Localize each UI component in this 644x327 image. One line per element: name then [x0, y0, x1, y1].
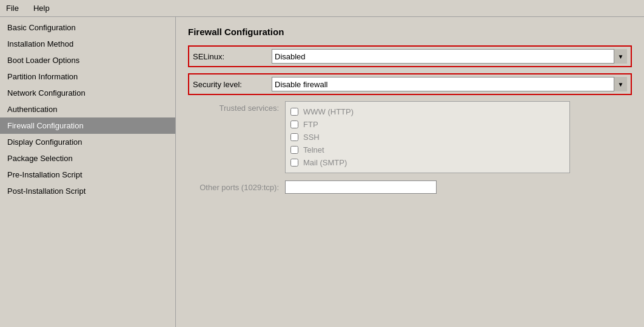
checkbox-mail-label: Mail (SMTP) [303, 158, 347, 167]
security-level-label: Security level: [193, 80, 272, 89]
security-level-select-wrapper: Disable firewall Enabled Custom ▼ [272, 77, 627, 91]
sidebar-item-installation-method[interactable]: Installation Method [0, 36, 175, 52]
checkbox-row-mail: Mail (SMTP) [290, 156, 565, 169]
sidebar-item-pre-installation-script[interactable]: Pre-Installation Script [0, 167, 175, 183]
sidebar-item-post-installation-script[interactable]: Post-Installation Script [0, 183, 175, 199]
checkbox-row-ssh: SSH [290, 131, 565, 144]
checkbox-mail[interactable] [290, 159, 298, 167]
sidebar-item-basic-configuration[interactable]: Basic Configuration [0, 19, 175, 36]
sidebar-item-partition-information[interactable]: Partition Information [0, 68, 175, 85]
sidebar-item-package-selection[interactable]: Package Selection [0, 150, 175, 167]
sidebar: Basic Configuration Installation Method … [0, 17, 176, 327]
checkbox-www[interactable] [290, 108, 298, 116]
other-ports-section: Other ports (1029:tcp): [188, 180, 632, 194]
trusted-services-label: Trusted services: [188, 101, 285, 173]
section-title: Firewall Configuration [188, 27, 632, 37]
menubar: File Help [0, 0, 644, 17]
sidebar-item-boot-loader-options[interactable]: Boot Loader Options [0, 52, 175, 68]
selinux-select[interactable]: Disabled Enforcing Permissive [272, 49, 627, 64]
checkbox-telnet[interactable] [290, 146, 298, 154]
sidebar-item-authentication[interactable]: Authentication [0, 101, 175, 117]
sidebar-item-network-configuration[interactable]: Network Configuration [0, 85, 175, 101]
selinux-select-wrapper: Disabled Enforcing Permissive ▼ [272, 49, 627, 64]
sidebar-item-firewall-configuration[interactable]: Firewall Configuration [0, 117, 175, 134]
menu-help[interactable]: Help [30, 2, 53, 14]
sidebar-item-display-configuration[interactable]: Display Configuration [0, 134, 175, 150]
checkbox-ssh[interactable] [290, 133, 298, 141]
main-container: Basic Configuration Installation Method … [0, 17, 644, 327]
security-level-select[interactable]: Disable firewall Enabled Custom [272, 77, 627, 91]
other-ports-label: Other ports (1029:tcp): [188, 183, 285, 192]
checkbox-telnet-label: Telnet [303, 145, 324, 154]
trusted-services-box: WWW (HTTP) FTP SSH Telnet Mail (SMTP) [285, 101, 570, 173]
security-level-row: Security level: Disable firewall Enabled… [188, 73, 632, 95]
menu-file[interactable]: File [2, 2, 22, 14]
content-area: Firewall Configuration SELinux: Disabled… [176, 17, 644, 327]
checkbox-ftp[interactable] [290, 121, 298, 128]
selinux-row: SELinux: Disabled Enforcing Permissive ▼ [188, 45, 632, 67]
checkbox-ssh-label: SSH [303, 133, 320, 142]
selinux-label: SELinux: [193, 52, 272, 61]
checkbox-row-telnet: Telnet [290, 144, 565, 156]
trusted-services-section: Trusted services: WWW (HTTP) FTP SSH Tel… [188, 101, 632, 173]
other-ports-input[interactable] [285, 180, 437, 194]
checkbox-www-label: WWW (HTTP) [303, 107, 354, 116]
checkbox-ftp-label: FTP [303, 120, 318, 129]
checkbox-row-www: WWW (HTTP) [290, 105, 565, 118]
checkbox-row-ftp: FTP [290, 118, 565, 131]
